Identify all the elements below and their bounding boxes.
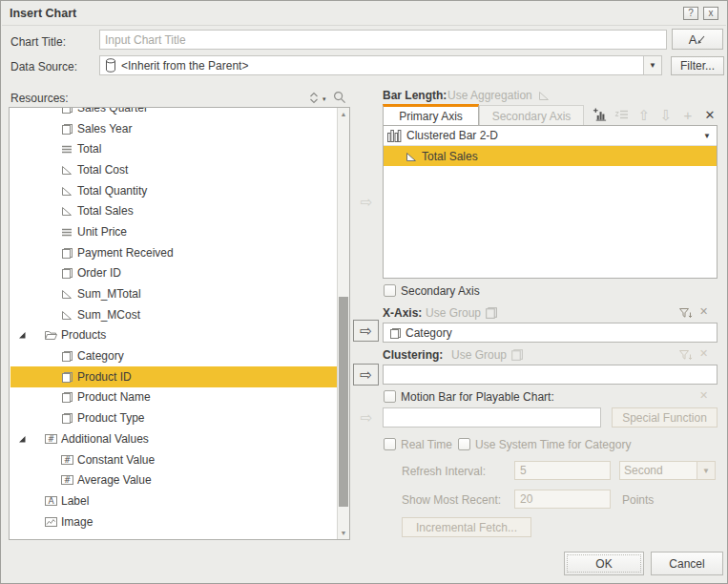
measure-icon (60, 204, 74, 218)
resource-item-label: Unit Price (77, 225, 127, 239)
data-source-select[interactable]: <Inherit from the Parent> ▼ (99, 55, 662, 75)
measure-icon (60, 308, 74, 322)
resource-item[interactable]: Product Name (10, 387, 337, 408)
resource-item-label: Sum_MCost (77, 308, 140, 322)
resource-item[interactable]: #Average Value (10, 469, 337, 490)
real-time-label: Real Time (401, 438, 452, 451)
tree-scrollbar[interactable]: ▲ ▼ (337, 108, 349, 539)
show-most-recent-label: Show Most Recent: (402, 493, 501, 507)
labelA-icon: A (44, 494, 58, 508)
resource-item-label: Label (61, 494, 89, 508)
transfer-arrow-icon: ⇨ (356, 194, 377, 211)
x-axis-filter-icon[interactable] (678, 306, 694, 323)
resource-item[interactable]: Sum_MTotal (10, 283, 337, 304)
resource-item[interactable]: Product Type (10, 407, 337, 428)
scroll-down-icon[interactable]: ▼ (338, 527, 349, 539)
clustering-filter-icon (678, 348, 694, 365)
series-item-selected[interactable]: Total Sales (384, 146, 717, 166)
scrollbar-thumb[interactable] (339, 297, 348, 507)
resource-item[interactable]: Product ID (10, 366, 337, 387)
refresh-unit-select: Second ▼ (619, 461, 716, 480)
field-icon (388, 326, 402, 340)
aggregation-icon (537, 89, 551, 105)
resource-item[interactable]: Total Quantity (10, 180, 337, 201)
resource-item[interactable]: Unit Price (10, 221, 337, 242)
x-axis-clear-icon[interactable]: ✕ (699, 305, 708, 318)
filter-button[interactable]: Filter... (671, 56, 724, 75)
resource-item-label: Average Value (77, 473, 152, 487)
chart-title-input[interactable] (99, 30, 667, 50)
resource-item[interactable]: Products (10, 325, 337, 346)
remove-series-icon[interactable]: ✕ (702, 107, 718, 122)
resource-item[interactable]: Sum_MCost (10, 304, 337, 325)
svg-text:A: A (48, 496, 54, 506)
resource-item[interactable]: Image (10, 511, 337, 532)
svg-text:#: # (64, 475, 72, 485)
resource-item[interactable]: #Constant Value (10, 449, 337, 470)
field-icon (60, 246, 74, 260)
ok-button[interactable]: OK (564, 552, 644, 575)
hash-icon: # (60, 473, 74, 487)
resources-tree-rows: Sales QuarterSales YearTotalTotal CostTo… (10, 107, 337, 532)
resource-item[interactable]: Total Sales (10, 200, 337, 221)
svg-text:#: # (48, 434, 55, 444)
transfer-xaxis-button[interactable]: ⇨ (353, 320, 379, 342)
transfer-clustering-button[interactable]: ⇨ (353, 364, 379, 386)
expand-arrow-icon[interactable] (16, 329, 28, 341)
refresh-unit-value: Second (624, 464, 663, 477)
data-source-value: <Inherit from the Parent> (121, 59, 248, 73)
resource-item[interactable]: Sales Year (10, 118, 337, 139)
measure-icon (60, 184, 74, 198)
expand-arrow-icon[interactable] (16, 433, 28, 445)
field-icon (60, 349, 74, 363)
resource-item-label: Product ID (77, 370, 132, 384)
system-time-checkbox[interactable] (458, 438, 470, 450)
add-series-icon: + (680, 107, 696, 122)
chevron-down-icon[interactable]: ▼ (703, 132, 711, 140)
resource-item[interactable]: ALabel (10, 490, 337, 511)
add-chart-icon[interactable] (593, 107, 608, 122)
refresh-interval-label: Refresh Interval: (402, 465, 486, 478)
resource-item[interactable]: Total (10, 138, 337, 159)
x-axis-field-value: Category (406, 326, 452, 340)
resource-item[interactable]: Order ID (10, 263, 337, 284)
resource-item[interactable]: Payment Received (10, 242, 337, 263)
sort-dropdown-icon[interactable]: ▾ (322, 95, 326, 103)
format-title-button[interactable]: A (672, 29, 723, 50)
scroll-up-icon[interactable]: ▲ (338, 108, 349, 120)
real-time-checkbox[interactable] (384, 438, 396, 450)
hash-icon: # (60, 453, 74, 467)
resource-item-label: Total Quantity (77, 184, 147, 198)
motion-bar-checkbox[interactable] (384, 390, 396, 403)
clustering-clear-icon: ✕ (699, 347, 708, 360)
close-icon[interactable]: x (703, 7, 718, 20)
resource-item[interactable]: #Additional Values (10, 428, 337, 449)
use-aggregation-label: Use Aggregation (447, 89, 532, 102)
resource-item[interactable]: Sales Quarter (10, 107, 337, 118)
resource-item[interactable]: Category (10, 345, 337, 366)
tab-primary-axis[interactable]: Primary Axis (383, 104, 479, 126)
motion-bar-input[interactable] (383, 407, 601, 428)
resource-item-label: Sum_MTotal (77, 287, 141, 301)
x-axis-field[interactable]: Category (383, 323, 718, 343)
chevron-down-icon[interactable]: ▼ (643, 56, 661, 74)
resource-item-label: Product Type (77, 411, 145, 425)
folder-icon (44, 328, 58, 342)
clustering-label: Clustering: (383, 348, 443, 362)
resource-item-label: Constant Value (77, 453, 155, 467)
group-field-icon (510, 347, 524, 365)
cancel-button[interactable]: Cancel (651, 552, 723, 575)
series-list-icon (614, 107, 630, 122)
help-icon[interactable]: ? (683, 7, 698, 20)
resources-label: Resources: (10, 92, 69, 105)
clustering-field[interactable] (383, 365, 718, 385)
resource-item[interactable]: Total Cost (10, 159, 337, 180)
search-icon[interactable] (332, 90, 347, 108)
chart-type-select[interactable]: Clustered Bar 2-D ▼ (384, 126, 717, 146)
secondary-axis-checkbox[interactable] (384, 284, 396, 297)
chart-type-value: Clustered Bar 2-D (406, 129, 498, 142)
series-item-label: Total Sales (422, 150, 478, 163)
tab-secondary-axis[interactable]: Secondary Axis (479, 105, 584, 126)
sort-icon[interactable] (307, 91, 321, 108)
insert-chart-dialog: Insert Chart ? x Chart Title: A Data Sou… (0, 0, 728, 584)
